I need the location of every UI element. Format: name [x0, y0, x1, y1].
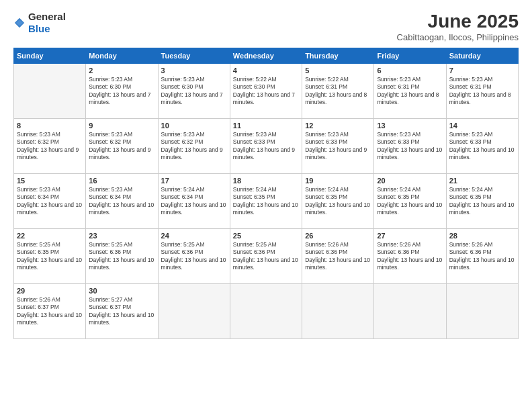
table-row: 22Sunrise: 5:25 AMSunset: 6:35 PMDayligh…: [14, 229, 519, 284]
table-row: 10Sunrise: 5:23 AMSunset: 6:32 PMDayligh…: [158, 119, 230, 174]
table-row: 11Sunrise: 5:23 AMSunset: 6:33 PMDayligh…: [230, 119, 302, 174]
table-row: 19Sunrise: 5:24 AMSunset: 6:35 PMDayligh…: [302, 174, 374, 229]
empty-cell: [374, 284, 446, 339]
table-row: 24Sunrise: 5:25 AMSunset: 6:36 PMDayligh…: [158, 229, 230, 284]
table-row: 2Sunrise: 5:23 AMSunset: 6:30 PMDaylight…: [14, 64, 519, 119]
table-row: 4Sunrise: 5:22 AMSunset: 6:30 PMDaylight…: [230, 64, 302, 119]
empty-cell: [446, 284, 518, 339]
logo-general: General: [28, 11, 66, 22]
calendar-table: Sunday Monday Tuesday Wednesday Thursday…: [13, 48, 519, 339]
table-row: 2Sunrise: 5:23 AMSunset: 6:30 PMDaylight…: [86, 64, 158, 119]
table-row: 22Sunrise: 5:25 AMSunset: 6:35 PMDayligh…: [14, 229, 86, 284]
table-row: 17Sunrise: 5:24 AMSunset: 6:34 PMDayligh…: [158, 174, 230, 229]
table-row: 23Sunrise: 5:25 AMSunset: 6:36 PMDayligh…: [86, 229, 158, 284]
header-friday: Friday: [374, 48, 446, 64]
location: Cabittaogan, Ilocos, Philippines: [397, 32, 519, 42]
empty-cell: [14, 64, 86, 119]
table-row: 29Sunrise: 5:26 AMSunset: 6:37 PMDayligh…: [14, 284, 86, 339]
empty-cell: [302, 284, 374, 339]
table-row: 25Sunrise: 5:25 AMSunset: 6:36 PMDayligh…: [230, 229, 302, 284]
logo-icon: [13, 17, 26, 29]
title-area: June 2025 Cabittaogan, Ilocos, Philippin…: [397, 11, 519, 42]
table-row: 30Sunrise: 5:27 AMSunset: 6:37 PMDayligh…: [86, 284, 158, 339]
table-row: 13Sunrise: 5:23 AMSunset: 6:33 PMDayligh…: [374, 119, 446, 174]
calendar-page: General Blue June 2025 Cabittaogan, Iloc…: [0, 0, 532, 411]
table-row: 15Sunrise: 5:23 AMSunset: 6:34 PMDayligh…: [14, 174, 86, 229]
table-row: 8Sunrise: 5:23 AMSunset: 6:32 PMDaylight…: [14, 119, 86, 174]
weekday-header-row: Sunday Monday Tuesday Wednesday Thursday…: [14, 48, 519, 64]
table-row: 14Sunrise: 5:23 AMSunset: 6:33 PMDayligh…: [446, 119, 518, 174]
table-row: 15Sunrise: 5:23 AMSunset: 6:34 PMDayligh…: [14, 174, 519, 229]
header-thursday: Thursday: [302, 48, 374, 64]
header-wednesday: Wednesday: [230, 48, 302, 64]
header-tuesday: Tuesday: [158, 48, 230, 64]
month-year: June 2025: [397, 11, 519, 32]
table-row: 18Sunrise: 5:24 AMSunset: 6:35 PMDayligh…: [230, 174, 302, 229]
logo: General Blue: [13, 11, 66, 35]
table-row: 28Sunrise: 5:26 AMSunset: 6:36 PMDayligh…: [446, 229, 518, 284]
logo-blue: Blue: [28, 23, 50, 34]
table-row: 20Sunrise: 5:24 AMSunset: 6:35 PMDayligh…: [374, 174, 446, 229]
table-row: 5Sunrise: 5:22 AMSunset: 6:31 PMDaylight…: [302, 64, 374, 119]
header-monday: Monday: [86, 48, 158, 64]
table-row: 16Sunrise: 5:23 AMSunset: 6:34 PMDayligh…: [86, 174, 158, 229]
header-area: General Blue June 2025 Cabittaogan, Iloc…: [13, 11, 519, 42]
header-sunday: Sunday: [14, 48, 86, 64]
empty-cell: [230, 284, 302, 339]
table-row: 12Sunrise: 5:23 AMSunset: 6:33 PMDayligh…: [302, 119, 374, 174]
table-row: 26Sunrise: 5:26 AMSunset: 6:36 PMDayligh…: [302, 229, 374, 284]
table-row: 27Sunrise: 5:26 AMSunset: 6:36 PMDayligh…: [374, 229, 446, 284]
empty-cell: [158, 284, 230, 339]
header-saturday: Saturday: [446, 48, 518, 64]
table-row: 9Sunrise: 5:23 AMSunset: 6:32 PMDaylight…: [86, 119, 158, 174]
table-row: 21Sunrise: 5:24 AMSunset: 6:35 PMDayligh…: [446, 174, 518, 229]
table-row: 3Sunrise: 5:23 AMSunset: 6:30 PMDaylight…: [158, 64, 230, 119]
table-row: 7Sunrise: 5:23 AMSunset: 6:31 PMDaylight…: [446, 64, 518, 119]
table-row: 6Sunrise: 5:23 AMSunset: 6:31 PMDaylight…: [374, 64, 446, 119]
table-row: 29Sunrise: 5:26 AMSunset: 6:37 PMDayligh…: [14, 284, 519, 339]
logo-text: General Blue: [28, 11, 66, 35]
table-row: 8Sunrise: 5:23 AMSunset: 6:32 PMDaylight…: [14, 119, 519, 174]
